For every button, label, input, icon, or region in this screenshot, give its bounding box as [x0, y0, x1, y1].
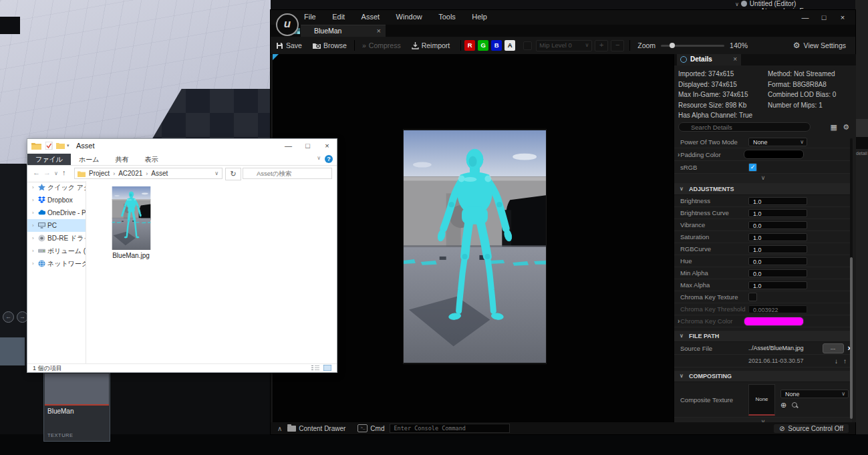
view-settings-button[interactable]: ⚙ View Settings — [793, 41, 855, 50]
breadcrumb-asset[interactable]: Asset — [151, 170, 168, 177]
menu-edit[interactable]: Edit — [325, 10, 351, 21]
composite-texture-thumbnail[interactable]: None — [748, 384, 775, 416]
max-alpha-input[interactable]: 1.0 — [748, 281, 807, 289]
composite-texture-dropdown[interactable]: None∨ — [780, 390, 849, 398]
minimize-button[interactable]: — — [797, 13, 814, 23]
ribbon-tab-view[interactable]: 表示 — [136, 154, 166, 165]
expander-icon[interactable]: › — [678, 151, 680, 158]
quick-access-check-icon[interactable] — [45, 142, 53, 150]
tab-close-icon[interactable]: × — [377, 25, 381, 37]
power-of-two-dropdown[interactable]: None∨ — [748, 138, 807, 146]
breadcrumb[interactable]: Project› AC2021› Asset ∨ — [74, 168, 223, 179]
zoom-slider-handle[interactable] — [670, 43, 675, 48]
quick-access-dropdown-icon[interactable]: ▾ — [67, 143, 69, 148]
zoom-value[interactable]: 140% — [730, 41, 748, 49]
explorer-minimize-button[interactable]: — — [279, 139, 298, 154]
advanced-expander[interactable]: ∨ — [674, 174, 852, 184]
forward-icon[interactable]: → — [43, 168, 51, 176]
channel-green-button[interactable]: G — [478, 40, 488, 51]
details-close-icon[interactable]: × — [733, 54, 737, 65]
address-dropdown-icon[interactable]: ∨ — [214, 170, 219, 176]
explorer-title-bar[interactable]: ▾ Asset — □ × — [27, 139, 337, 154]
sidebar-item-onedrive[interactable]: › OneDrive - Personal — [27, 206, 86, 219]
details-search-input[interactable] — [678, 122, 811, 132]
source-control-button[interactable]: ⊘ Source Control Off — [774, 424, 849, 433]
explorer-maximize-button[interactable]: □ — [298, 139, 317, 154]
breadcrumb-ac2021[interactable]: AC2021 — [118, 170, 142, 177]
ribbon-tab-file[interactable]: ファイル — [27, 154, 71, 165]
mip-level-dropdown[interactable]: Mip Level 0∨ — [536, 40, 592, 51]
outliner-root-row[interactable]: ∨Untitled (Editor) — [735, 0, 868, 7]
padding-color-swatch[interactable] — [744, 150, 804, 159]
file-list-area[interactable]: BlueMan.jpg — [86, 181, 337, 363]
sidebar-item-bd-re-drive[interactable]: › BD-RE ドライブ (G:) — [27, 232, 86, 245]
breadcrumb-project[interactable]: Project — [89, 170, 110, 177]
browse-file-button[interactable]: ... — [823, 343, 844, 353]
compress-button[interactable]: » Compress — [357, 37, 406, 54]
ribbon-tab-share[interactable]: 共有 — [107, 154, 136, 165]
twisty-icon[interactable]: › — [32, 181, 34, 194]
compositing-header[interactable]: ∨COMPOSITING — [674, 371, 852, 382]
menu-asset[interactable]: Asset — [355, 10, 387, 21]
menu-file[interactable]: File — [297, 10, 323, 21]
mip-plus-button[interactable]: + — [595, 40, 608, 51]
menu-tools[interactable]: Tools — [432, 10, 462, 21]
content-drawer-button[interactable]: Content Drawer — [299, 425, 345, 432]
file-item-blueman[interactable]: BlueMan.jpg — [102, 186, 160, 259]
reimport-button[interactable]: Reimport — [406, 37, 456, 54]
brightness-curve-input[interactable]: 1.0 — [748, 209, 807, 217]
channel-red-button[interactable]: R — [464, 40, 475, 51]
export-down-icon[interactable]: ↓ — [835, 357, 838, 365]
srgb-checkbox[interactable]: ✓ — [748, 163, 757, 172]
adjustments-header[interactable]: ∨ADJUSTMENTS — [674, 184, 852, 195]
browser-back-icon[interactable]: ← — [3, 311, 14, 323]
close-button[interactable]: × — [834, 13, 851, 23]
ribbon-collapse-icon[interactable]: ∨ — [317, 155, 321, 161]
thumbnail-view-icon[interactable] — [323, 365, 331, 371]
tab-blueman[interactable]: BlueMan × — [301, 25, 386, 37]
display-filter-icon[interactable]: ▦ — [831, 123, 837, 132]
twisty-icon[interactable]: › — [32, 219, 34, 232]
twisty-icon[interactable]: › — [32, 206, 34, 219]
sidebar-item-network[interactable]: › ネットワーク — [27, 257, 86, 270]
twisty-icon[interactable]: › — [32, 232, 34, 245]
save-button[interactable]: Save — [271, 37, 307, 54]
file-path-header[interactable]: ∨FILE PATH — [674, 331, 852, 342]
channel-blue-button[interactable]: B — [491, 40, 502, 51]
sidebar-item-volume[interactable]: › ボリューム (H:) — [27, 245, 86, 257]
menu-help[interactable]: Help — [465, 10, 494, 21]
list-view-icon[interactable] — [311, 365, 319, 371]
details-settings-gear-icon[interactable]: ⚙ — [843, 123, 849, 132]
sidebar-item-quick-access[interactable]: › クイック アクセス — [27, 181, 86, 194]
sidebar-item-pc[interactable]: › PC — [27, 219, 86, 232]
zoom-slider[interactable] — [661, 45, 724, 47]
recent-locations-icon[interactable]: ∨ — [54, 170, 58, 176]
menu-window[interactable]: Window — [390, 10, 429, 21]
maximize-button[interactable]: □ — [815, 13, 833, 23]
twisty-icon[interactable]: › — [32, 257, 34, 270]
import-up-icon[interactable]: ↑ — [843, 357, 847, 365]
chroma-key-color-swatch[interactable] — [744, 317, 804, 326]
mip-checkbox[interactable] — [523, 41, 532, 50]
back-icon[interactable]: ← — [33, 168, 40, 176]
rgbcurve-input[interactable]: 1.0 — [748, 245, 807, 253]
browse-button[interactable]: Browse — [307, 37, 352, 54]
hue-input[interactable]: 0.0 — [748, 257, 807, 265]
help-icon[interactable]: ? — [325, 155, 333, 163]
up-icon[interactable]: ↑ — [62, 168, 66, 176]
min-alpha-input[interactable]: 0.0 — [748, 269, 807, 277]
sidebar-item-dropbox[interactable]: › Dropbox — [27, 194, 86, 206]
details-scrollbar[interactable] — [850, 138, 853, 419]
find-in-browser-icon[interactable] — [792, 402, 799, 409]
refresh-button[interactable]: ↻ — [225, 168, 241, 180]
chroma-threshold-input[interactable]: 0.003922 — [748, 305, 807, 313]
saturation-input[interactable]: 1.0 — [748, 233, 807, 241]
use-selected-icon[interactable]: ⊕ — [780, 401, 786, 410]
explorer-search-input[interactable] — [243, 168, 332, 179]
cmd-button[interactable]: >_ Cmd — [357, 424, 384, 432]
twisty-icon[interactable]: › — [32, 245, 34, 257]
vibrance-input[interactable]: 0.0 — [748, 221, 807, 229]
twisty-icon[interactable]: › — [32, 194, 34, 206]
source-file-path[interactable]: ../Asset/BlueMan.jpg — [748, 345, 823, 351]
expander-icon[interactable]: › — [678, 317, 680, 325]
